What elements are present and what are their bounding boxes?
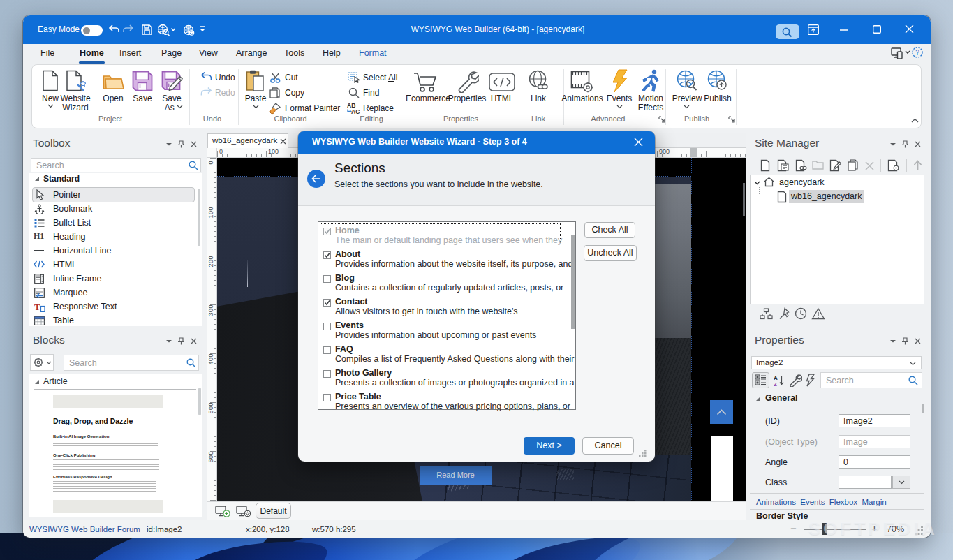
svg-text:?: ?: [915, 49, 919, 57]
svg-text:A: A: [774, 375, 778, 381]
svg-text:T: T: [34, 302, 40, 312]
svg-text:AC: AC: [351, 108, 360, 115]
svg-text:Z: Z: [774, 381, 777, 387]
